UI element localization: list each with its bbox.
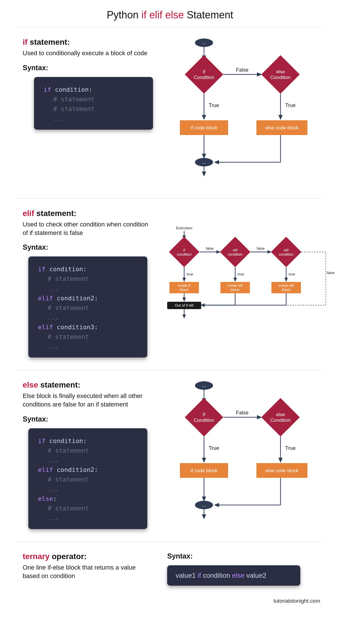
svg-rect-61 xyxy=(185,398,223,437)
ternary-codebox: value1 if condition else value2 xyxy=(167,565,300,586)
svg-text:Condition: Condition xyxy=(270,75,291,80)
else-syntax-label: Syntax: xyxy=(23,415,156,423)
ternary-syntax-label: Syntax: xyxy=(167,552,317,560)
ternary-heading: ternary operator: xyxy=(23,552,156,561)
svg-text:False: False xyxy=(236,67,248,73)
section-if: if statement: Used to conditionally exec… xyxy=(0,27,340,198)
svg-rect-3 xyxy=(185,55,223,94)
if-heading: if statement: xyxy=(23,38,156,47)
section-ternary: ternary operator: One line if-else block… xyxy=(0,542,340,595)
elif-heading: elif statement: xyxy=(23,209,156,218)
svg-text:condition: condition xyxy=(279,252,294,256)
ternary-desc: One line if-else block that returns a va… xyxy=(23,563,153,580)
svg-text:if code block: if code block xyxy=(191,125,218,130)
svg-rect-6 xyxy=(261,55,300,94)
if-syntax-label: Syntax: xyxy=(23,64,156,72)
svg-text:true: true xyxy=(289,272,295,276)
svg-text:if: if xyxy=(203,69,205,74)
svg-text:block: block xyxy=(282,288,291,292)
svg-text:inside elif: inside elif xyxy=(279,283,294,288)
svg-text:...: ... xyxy=(202,40,206,45)
svg-text:condition: condition xyxy=(228,252,243,256)
svg-text:False: False xyxy=(236,410,248,416)
if-desc: Used to conditionally execute a block of… xyxy=(23,49,153,57)
svg-text:elif: elif xyxy=(284,248,289,252)
footer-attribution: tutorialstonight.com xyxy=(0,595,340,604)
svg-text:Condition: Condition xyxy=(194,418,214,423)
elif-syntax-label: Syntax: xyxy=(23,243,156,251)
svg-text:elif: elif xyxy=(233,248,238,252)
svg-text:Condition: Condition xyxy=(270,418,291,423)
page-title: Python if elif else Statement xyxy=(0,0,340,27)
section-else: else statement: Else block is finally ex… xyxy=(0,370,340,542)
svg-text:...: ... xyxy=(202,383,206,388)
svg-text:true: true xyxy=(238,272,244,276)
svg-text:Condition: Condition xyxy=(194,75,214,80)
svg-text:Execution: Execution xyxy=(176,226,192,230)
svg-text:inside if: inside if xyxy=(178,283,190,288)
svg-text:false: false xyxy=(327,271,334,275)
svg-text:else code block: else code block xyxy=(265,468,299,473)
if-codebox: if condition: # statement # statement ..… xyxy=(34,77,153,130)
svg-text:else: else xyxy=(276,412,285,417)
svg-text:if code block: if code block xyxy=(191,468,218,473)
svg-text:false: false xyxy=(257,246,264,251)
else-heading: else statement: xyxy=(23,380,156,390)
svg-text:else code block: else code block xyxy=(265,125,299,130)
svg-text:True: True xyxy=(285,445,296,451)
svg-text:inside elif: inside elif xyxy=(228,283,243,288)
else-desc: Else block is finally executed when all … xyxy=(23,392,153,408)
svg-rect-64 xyxy=(261,398,300,437)
svg-text:True: True xyxy=(209,102,219,108)
section-elif: elif statement: Used to check other cond… xyxy=(0,199,340,370)
svg-text:true: true xyxy=(187,272,193,276)
svg-text:false: false xyxy=(206,246,213,251)
svg-text:block: block xyxy=(231,288,240,292)
svg-text:...: ... xyxy=(202,502,206,508)
elif-flowchart: Execution ifcondition elifcondition elif… xyxy=(167,226,340,328)
else-codebox: if condition: # statement ... elif condi… xyxy=(28,428,147,529)
svg-text:if: if xyxy=(183,248,185,252)
svg-text:...: ... xyxy=(202,159,206,165)
svg-text:else: else xyxy=(276,69,285,74)
svg-text:True: True xyxy=(209,445,219,451)
svg-text:if: if xyxy=(203,412,205,417)
if-flowchart: ... if Condition else Condition False Tr… xyxy=(167,38,326,185)
svg-text:True: True xyxy=(285,102,296,108)
svg-text:Out of if elif: Out of if elif xyxy=(175,303,194,307)
elif-codebox: if condition: # statement ... elif condi… xyxy=(28,256,147,358)
else-flowchart: ... if Condition else Condition False Tr… xyxy=(167,380,326,528)
elif-desc: Used to check other condition when condi… xyxy=(23,220,153,237)
svg-text:condition: condition xyxy=(177,252,192,256)
svg-text:block: block xyxy=(180,288,189,292)
